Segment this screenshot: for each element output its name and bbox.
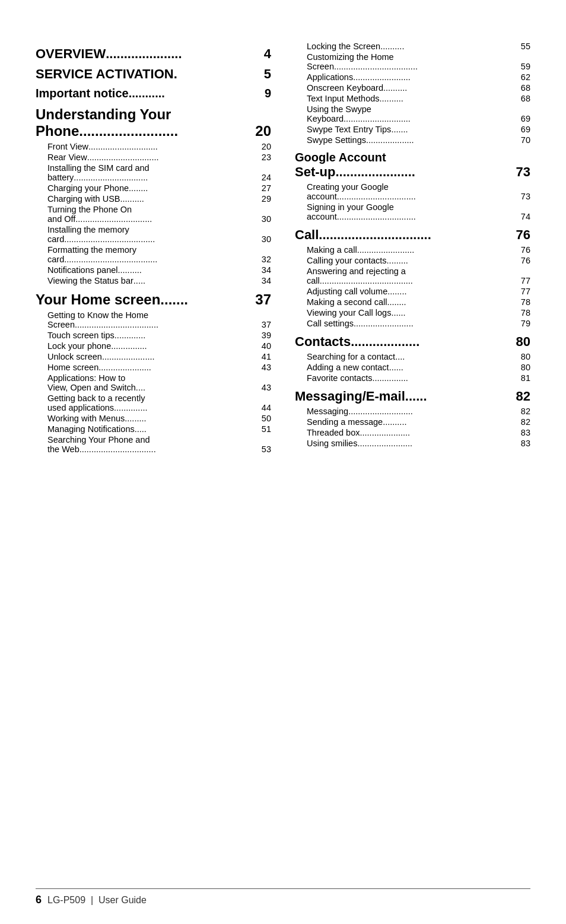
toc-entry: Signing in your Googleaccount...........…: [295, 202, 530, 221]
toc-entry: Installing the memorycard...............…: [36, 225, 271, 244]
toc-entry: Installing the SIM card andbattery......…: [36, 163, 271, 182]
toc-entry: Adding a new contact......80: [295, 363, 530, 372]
toc-entry: Formatting the memorycard...............…: [36, 245, 271, 264]
toc-entry: Charging your Phone........27: [36, 183, 271, 193]
toc-entry: Text Input Methods..........68: [295, 94, 530, 103]
toc-entry: Adjusting call volume........77: [295, 287, 530, 296]
toc-entry: Locking the Screen..........55: [295, 42, 530, 51]
toc-entry: Charging with USB..........29: [36, 194, 271, 204]
toc-entry: Turning the Phone Onand Off.............…: [36, 205, 271, 224]
toc-entry: Unlock screen......................41: [36, 352, 271, 361]
toc-entry: Threaded box .....................83: [295, 428, 530, 437]
page: OVERVIEW.....................4SERVICE AC…: [0, 0, 566, 924]
toc-entry: Call settings.........................79: [295, 319, 530, 328]
toc-entry: Searching for a contact....80: [295, 352, 530, 361]
toc-entry: Customizing the HomeScreen..............…: [295, 52, 530, 71]
footer-device: LG-P509 | User Guide: [47, 895, 147, 906]
toc-entry: Contacts...................80: [295, 334, 530, 350]
toc-entry: Notifications panel..........34: [36, 265, 271, 275]
toc-entry: Viewing your Call logs ......78: [295, 308, 530, 317]
toc-entry: Getting back to a recentlyused applicati…: [36, 393, 271, 412]
toc-entry: Getting to Know the HomeScreen..........…: [36, 310, 271, 329]
toc-entry: Swype Text Entry Tips.......69: [295, 125, 530, 134]
toc-entry: Viewing the Status bar.....34: [36, 276, 271, 285]
toc-entry: Messaging...........................82: [295, 407, 530, 416]
toc-entry: Answering and rejecting acall...........…: [295, 266, 530, 285]
content-area: OVERVIEW.....................4SERVICE AC…: [36, 42, 530, 455]
toc-entry: Applications: How toView, Open and Switc…: [36, 373, 271, 392]
toc-entry: Using the SwypeKeyboard.................…: [295, 104, 530, 123]
toc-entry: Google AccountSet-up....................…: [295, 151, 530, 180]
toc-entry: Managing Notifications.....51: [36, 424, 271, 434]
toc-entry: OVERVIEW.....................4: [36, 46, 271, 62]
toc-entry: Making a second call........78: [295, 297, 530, 307]
toc-entry: Lock your phone...............40: [36, 341, 271, 351]
toc-entry: Applications........................62: [295, 72, 530, 82]
toc-entry: Home screen......................43: [36, 363, 271, 372]
toc-entry: Onscreen Keyboard..........68: [295, 83, 530, 93]
toc-entry: Using smilies.......................83: [295, 439, 530, 448]
toc-entry: Creating your Googleaccount.............…: [295, 182, 530, 201]
toc-entry: Working with Menus.........50: [36, 414, 271, 423]
toc-entry: Sending a message..........82: [295, 417, 530, 427]
toc-entry: SERVICE ACTIVATION.5: [36, 66, 271, 82]
toc-entry: Important notice...........9: [36, 87, 271, 100]
toc-entry: Favorite contacts...............81: [295, 373, 530, 383]
toc-entry: Touch screen tips.............39: [36, 331, 271, 340]
toc-entry: Front View.............................2…: [36, 142, 271, 151]
footer: 6 LG-P509 | User Guide: [36, 888, 530, 906]
toc-entry: Searching Your Phone andthe Web.........…: [36, 435, 271, 454]
footer-page-number: 6: [36, 894, 42, 906]
toc-entry: Messaging/E-mail ......82: [295, 389, 530, 404]
toc-entry: Swype Settings....................70: [295, 135, 530, 145]
toc-entry: Understanding YourPhone.................…: [36, 106, 271, 139]
toc-entry: Calling your contacts.........76: [295, 256, 530, 265]
toc-entry: Making a call........................76: [295, 245, 530, 255]
right-column: Locking the Screen..........55Customizin…: [295, 42, 530, 455]
toc-entry: Rear View..............................2…: [36, 153, 271, 162]
toc-entry: Your Home screen.......37: [36, 291, 271, 308]
left-column: OVERVIEW.....................4SERVICE AC…: [36, 42, 271, 455]
toc-entry: Call...............................76: [295, 227, 530, 243]
